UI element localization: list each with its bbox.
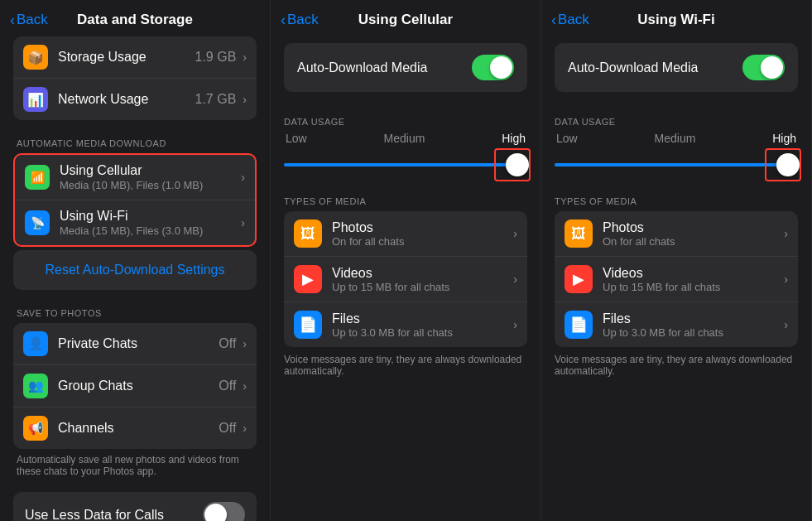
panel3-photos-chevron-icon: › <box>784 227 788 240</box>
save-section-label: Save to Photos <box>13 297 257 323</box>
panel3-auto-download-toggle[interactable] <box>742 55 785 80</box>
panel2-photos-item[interactable]: 🖼 Photos On for all chats › <box>284 211 527 257</box>
usage-section: 📦 Storage Usage 1.9 GB › 📊 Network Usage <box>0 36 270 120</box>
panel2-videos-item[interactable]: ▶ Videos Up to 15 MB for all chats › <box>284 257 527 302</box>
panel3-files-chevron-icon: › <box>784 318 788 331</box>
panel2-auto-download-row: Auto-Download Media <box>284 43 527 92</box>
panel2-low-label: Low <box>286 132 307 145</box>
panel2-files-chevron-icon: › <box>513 318 517 331</box>
reset-label: Reset Auto-Download Settings <box>45 263 224 277</box>
panel3-media-card: 🖼 Photos On for all chats › ▶ Videos Up … <box>555 211 798 347</box>
cellular-subtitle: Media (10 MB), Files (1.0 MB) <box>60 179 238 191</box>
using-wifi-item[interactable]: 📡 Using Wi-Fi Media (15 MB), Files (3.0 … <box>15 200 255 245</box>
panel2-videos-icon: ▶ <box>294 265 322 293</box>
panel2-types-label: Types of Media <box>271 188 541 211</box>
panel2-slider-track <box>284 163 527 166</box>
save-note: Automatically save all new photos and vi… <box>13 449 257 485</box>
group-chats-item[interactable]: 👥 Group Chats Off › <box>13 365 257 408</box>
group-chats-chevron-icon: › <box>243 379 247 393</box>
use-less-label: Use Less Data for Calls <box>25 508 164 522</box>
panel3-photos-item[interactable]: 🖼 Photos On for all chats › <box>555 211 798 257</box>
cellular-label: Using Cellular <box>60 163 238 178</box>
use-less-card: Use Less Data for Calls <box>13 492 257 521</box>
panel3-slider-track <box>555 163 798 166</box>
panel3-back-button[interactable]: ‹ Back <box>551 12 589 29</box>
private-chats-chevron-icon: › <box>243 337 247 350</box>
panel2-back-label: Back <box>287 12 319 28</box>
panel2-title: Using Cellular <box>358 12 453 28</box>
panel3-files-item[interactable]: 📄 Files Up to 3.0 MB for all chats › <box>555 302 798 347</box>
panel2-files-icon: 📄 <box>294 311 322 339</box>
panel3-data-usage-label: Data Usage <box>555 105 798 132</box>
panel1-title: Data and Storage <box>77 12 193 28</box>
panel3-videos-label: Videos <box>603 266 781 281</box>
save-photos-card: 👤 Private Chats Off › 👥 Group Chats <box>13 323 257 449</box>
panel2-data-usage-label: Data Usage <box>284 105 527 132</box>
storage-value: 1.9 GB <box>195 50 237 65</box>
use-less-wrapper: Use Less Data for Calls Using less data … <box>0 492 270 521</box>
panel2-high-label: High <box>502 132 526 145</box>
panel2-data-usage: Data Usage Low Medium High <box>271 99 541 188</box>
panel3-photos-label: Photos <box>603 220 781 235</box>
storage-usage-item[interactable]: 📦 Storage Usage 1.9 GB › <box>13 36 257 79</box>
panel2-photos-icon: 🖼 <box>294 219 322 248</box>
reset-item[interactable]: Reset Auto-Download Settings <box>13 250 257 290</box>
panel3-auto-download-row: Auto-Download Media <box>555 43 798 92</box>
panel2-files-label: Files <box>332 311 510 326</box>
panel3-files-sub: Up to 3.0 MB for all chats <box>603 326 781 339</box>
panel3-medium-label: Medium <box>655 132 696 145</box>
panel2-back-button[interactable]: ‹ Back <box>281 12 319 29</box>
panel3-slider-labels: Low Medium High <box>555 132 798 145</box>
panel2-media-card: 🖼 Photos On for all chats › ▶ Videos Up … <box>284 211 527 347</box>
panel3-auto-download-label: Auto-Download Media <box>568 60 698 75</box>
panel2-photos-label: Photos <box>332 220 510 235</box>
cellular-chevron-icon: › <box>241 171 245 184</box>
private-chats-item[interactable]: 👤 Private Chats Off › <box>13 323 257 365</box>
reset-section: Reset Auto-Download Settings <box>0 250 270 290</box>
panel3-videos-chevron-icon: › <box>784 273 788 286</box>
panel2-slider-labels: Low Medium High <box>284 132 527 145</box>
panel2-slider-fill <box>284 163 527 166</box>
panel3-slider-fill <box>555 163 798 166</box>
wifi-label: Using Wi-Fi <box>60 209 238 224</box>
usage-card: 📦 Storage Usage 1.9 GB › 📊 Network Usage <box>13 36 257 120</box>
panel3-files-label: Files <box>603 311 781 326</box>
panel3-photos-sub: On for all chats <box>603 235 781 248</box>
back-chevron-icon: ‹ <box>10 12 15 29</box>
panel3-low-label: Low <box>556 132 578 145</box>
reset-card: Reset Auto-Download Settings <box>13 250 257 290</box>
panel3-back-label: Back <box>558 12 589 28</box>
use-less-toggle[interactable] <box>203 502 245 521</box>
panel2-medium-label: Medium <box>384 132 425 145</box>
back-chevron-icon-3: ‹ <box>551 12 556 29</box>
panel1-scroll: 📦 Storage Usage 1.9 GB › 📊 Network Usage <box>0 36 270 521</box>
group-chats-icon: 👥 <box>23 374 48 398</box>
panel2-files-item[interactable]: 📄 Files Up to 3.0 MB for all chats › <box>284 302 527 347</box>
group-chats-label: Group Chats <box>58 379 219 393</box>
network-icon: 📊 <box>23 87 48 112</box>
channels-item[interactable]: 📢 Channels Off › <box>13 408 257 449</box>
panel2-photos-sub: On for all chats <box>332 235 510 248</box>
panel2-files-sub: Up to 3.0 MB for all chats <box>332 326 510 339</box>
panel3-videos-icon: ▶ <box>565 265 593 293</box>
panel2-auto-download-toggle[interactable] <box>472 55 514 80</box>
channels-chevron-icon: › <box>243 422 247 435</box>
panel1-back-button[interactable]: ‹ Back <box>10 12 48 29</box>
panel2-auto-download-label: Auto-Download Media <box>297 60 427 75</box>
network-usage-item[interactable]: 📊 Network Usage 1.7 GB › <box>13 79 257 120</box>
panel3-slider-wrapper <box>555 152 798 178</box>
panel3-types-label: Types of Media <box>541 188 811 211</box>
channels-icon: 📢 <box>23 416 48 441</box>
panel3-header: ‹ Back Using Wi-Fi <box>541 0 811 36</box>
channels-label: Channels <box>58 421 219 436</box>
panel3-high-label: High <box>772 132 796 145</box>
network-label: Network Usage <box>58 92 195 107</box>
panel2-header: ‹ Back Using Cellular <box>271 0 541 36</box>
using-cellular-item[interactable]: 📶 Using Cellular Media (10 MB), Files (1… <box>15 155 255 200</box>
panel3-photos-icon: 🖼 <box>565 219 593 248</box>
panel3-videos-item[interactable]: ▶ Videos Up to 15 MB for all chats › <box>555 257 798 302</box>
panel3-scroll: Auto-Download Media Data Usage Low Mediu… <box>541 36 811 521</box>
panel2-photos-chevron-icon: › <box>513 227 517 240</box>
panel2-videos-label: Videos <box>332 266 510 281</box>
back-chevron-icon-2: ‹ <box>281 12 286 29</box>
